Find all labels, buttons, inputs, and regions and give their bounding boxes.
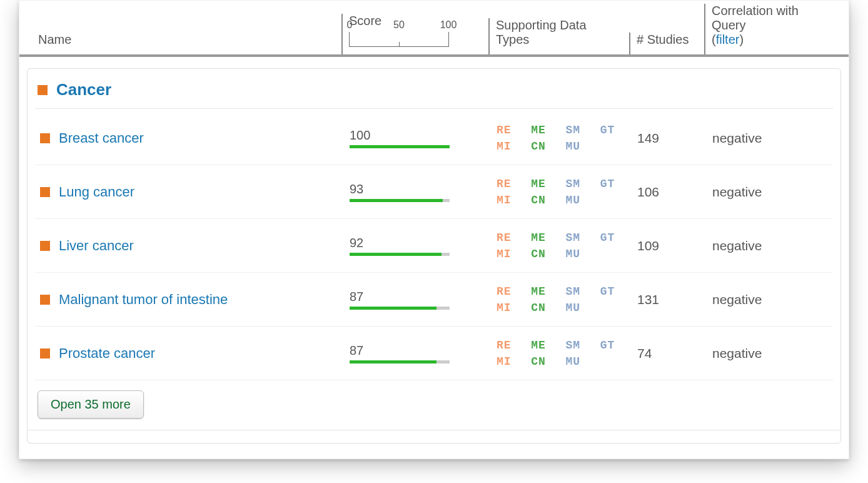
score-value: 92: [350, 236, 484, 250]
score-bar: [350, 360, 450, 364]
cell-supporting-data-types: REMESMGTMICNMU: [490, 124, 631, 153]
score-bar: [350, 253, 450, 256]
cell-studies: 149: [631, 131, 706, 146]
divider: [28, 430, 840, 430]
datatype-badge-me[interactable]: ME: [531, 285, 555, 298]
datatype-badge-re[interactable]: RE: [497, 178, 521, 190]
datatype-badge-mi[interactable]: MI: [497, 355, 521, 368]
datatype-badge-sm[interactable]: SM: [566, 231, 590, 244]
cell-score: 93: [343, 182, 490, 202]
row-name-link[interactable]: Liver cancer: [59, 238, 134, 254]
datatype-badge-sm[interactable]: SM: [566, 339, 590, 352]
cell-name: Malignant tumor of intestine: [35, 292, 343, 308]
table-row: Liver cancer92REMESMGTMICNMU109negative: [35, 219, 833, 273]
open-more-button[interactable]: Open 35 more: [38, 390, 144, 419]
datatype-badge-me[interactable]: ME: [531, 231, 555, 244]
cell-name: Breast cancer: [35, 130, 343, 146]
datatype-badge-me[interactable]: ME: [531, 178, 555, 190]
cell-name: Liver cancer: [35, 238, 343, 254]
results-card: Cancer Breast cancer100REMESMGTMICNMU149…: [27, 68, 841, 444]
datatype-badge-gt[interactable]: GT: [600, 231, 625, 244]
datatype-badge-cn[interactable]: CN: [531, 194, 555, 206]
table-row: Prostate cancer87REMESMGTMICNMU74negativ…: [35, 327, 833, 380]
score-bar: [350, 199, 450, 202]
header-studies: # Studies: [629, 33, 704, 54]
datatype-badge-me[interactable]: ME: [531, 124, 555, 136]
table-row: Breast cancer100REMESMGTMICNMU149negativ…: [35, 111, 833, 165]
square-icon: [40, 241, 50, 251]
cell-studies: 106: [631, 185, 706, 200]
row-name-link[interactable]: Lung cancer: [59, 184, 134, 200]
datatype-badge-gt[interactable]: GT: [600, 124, 625, 136]
datatype-badge-cn[interactable]: CN: [531, 140, 555, 153]
table-row: Lung cancer93REMESMGTMICNMU106negative: [35, 165, 833, 219]
row-name-link[interactable]: Malignant tumor of intestine: [59, 292, 228, 308]
header-name: Name: [26, 33, 341, 54]
cell-score: 100: [343, 128, 490, 148]
cell-name: Lung cancer: [35, 184, 343, 200]
square-icon: [40, 133, 50, 143]
square-icon: [38, 85, 48, 95]
results-panel: Name Score 0 50 100 Supporting Data Type…: [19, 0, 849, 459]
datatype-badge-gt[interactable]: GT: [600, 178, 625, 190]
datatype-badge-sm[interactable]: SM: [566, 178, 590, 190]
header-score: Score 0 50 100: [341, 14, 488, 54]
square-icon: [40, 295, 50, 305]
datatype-badge-mu[interactable]: MU: [566, 248, 590, 260]
datatype-badge-cn[interactable]: CN: [531, 302, 555, 314]
datatype-badge-re[interactable]: RE: [497, 285, 521, 298]
datatype-badge-mu[interactable]: MU: [566, 355, 590, 368]
header-supporting-data-types: Supporting Data Types: [488, 18, 629, 54]
cell-correlation: negative: [706, 292, 833, 307]
datatype-badge-cn[interactable]: CN: [531, 355, 555, 368]
cell-supporting-data-types: REMESMGTMICNMU: [490, 231, 631, 260]
square-icon: [40, 187, 50, 197]
datatype-badge-re[interactable]: RE: [497, 231, 521, 244]
cell-score: 92: [343, 236, 490, 256]
row-name-link[interactable]: Breast cancer: [59, 130, 144, 146]
datatype-badge-mu[interactable]: MU: [566, 302, 590, 314]
cell-name: Prostate cancer: [35, 345, 343, 362]
score-scale: 0 50 100: [349, 32, 449, 47]
datatype-badge-mi[interactable]: MI: [497, 140, 521, 153]
datatype-badge-cn[interactable]: CN: [531, 248, 555, 260]
row-name-link[interactable]: Prostate cancer: [59, 345, 155, 362]
datatype-badge-sm[interactable]: SM: [566, 285, 590, 298]
cell-supporting-data-types: REMESMGTMICNMU: [490, 178, 631, 206]
group-title-row[interactable]: Cancer: [35, 69, 833, 109]
datatype-badge-gt[interactable]: GT: [600, 285, 625, 298]
score-value: 100: [350, 128, 484, 143]
cell-correlation: negative: [706, 131, 833, 146]
datatype-badge-sm[interactable]: SM: [566, 124, 590, 136]
filter-link[interactable]: filter: [716, 33, 740, 46]
datatype-badge-me[interactable]: ME: [531, 339, 555, 352]
cell-correlation: negative: [706, 346, 833, 361]
datatype-badge-mi[interactable]: MI: [497, 194, 521, 206]
datatype-badge-mu[interactable]: MU: [566, 194, 590, 206]
cell-supporting-data-types: REMESMGTMICNMU: [490, 285, 631, 314]
score-value: 87: [350, 290, 484, 304]
group-title[interactable]: Cancer: [56, 80, 111, 99]
datatype-badge-gt[interactable]: GT: [600, 339, 625, 352]
square-icon: [40, 348, 50, 358]
datatype-badge-mu[interactable]: MU: [566, 140, 590, 153]
table-header: Name Score 0 50 100 Supporting Data Type…: [19, 1, 849, 57]
datatype-badge-mi[interactable]: MI: [497, 302, 521, 314]
table-row: Malignant tumor of intestine87REMESMGTMI…: [35, 273, 833, 327]
score-value: 93: [350, 182, 484, 196]
score-value: 87: [350, 343, 484, 358]
datatype-badge-re[interactable]: RE: [497, 124, 521, 136]
cell-studies: 109: [631, 238, 706, 253]
header-correlation: Correlation with Query (filter): [704, 4, 842, 54]
cell-correlation: negative: [706, 238, 833, 253]
cell-score: 87: [343, 343, 490, 364]
score-bar: [350, 307, 450, 310]
datatype-badge-re[interactable]: RE: [497, 339, 521, 352]
score-bar: [350, 145, 450, 148]
cell-studies: 131: [631, 292, 706, 307]
cell-score: 87: [343, 290, 490, 310]
cell-supporting-data-types: REMESMGTMICNMU: [490, 339, 631, 368]
datatype-badge-mi[interactable]: MI: [497, 248, 521, 260]
cell-correlation: negative: [706, 185, 833, 200]
cell-studies: 74: [631, 346, 706, 361]
